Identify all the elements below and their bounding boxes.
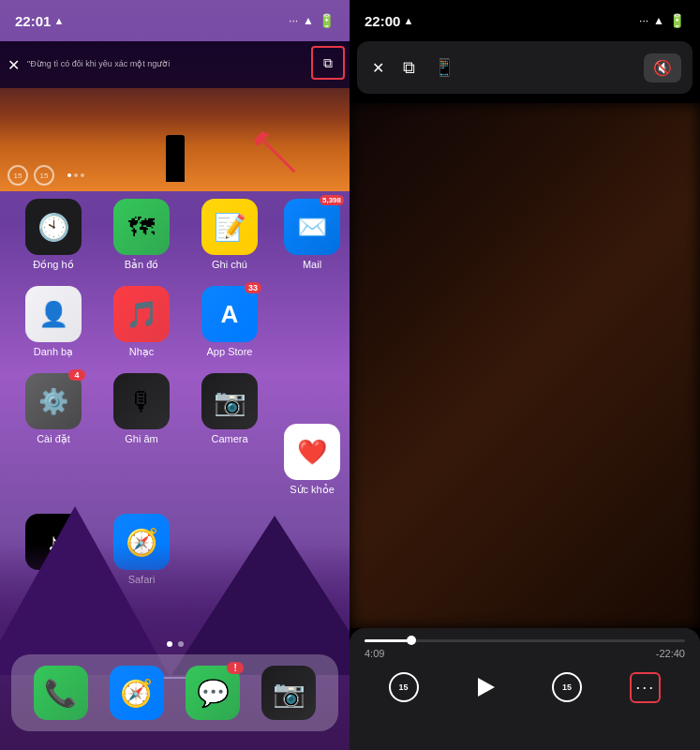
video-overlay-top: ✕ "Đừng tì có đôi khi yêu xác một người xyxy=(0,41,350,88)
phone-button[interactable]: 📱 xyxy=(430,53,458,82)
app-nhac[interactable]: 🎵 Nhạc xyxy=(97,286,186,358)
maps-label: Bản đồ xyxy=(125,259,159,271)
dot-3 xyxy=(81,173,84,177)
player-controls: 4:09 -22:40 15 15 ··· xyxy=(350,628,700,750)
pip-button[interactable]: ⧉ xyxy=(399,54,419,82)
wifi-icon: ▲ xyxy=(303,14,314,27)
mountain-right xyxy=(171,516,350,675)
app-danh-ba[interactable]: 👤 Danh bạ xyxy=(9,286,97,358)
right-dots-icon: ··· xyxy=(639,14,648,27)
more-button-highlight: ··· xyxy=(630,672,661,703)
control-row: 15 15 ··· xyxy=(365,668,685,706)
skip-forward-label: 15 xyxy=(562,682,572,692)
maps-icon: 🗺 xyxy=(113,199,170,255)
camera-label: Camera xyxy=(211,433,247,444)
character-silhouette xyxy=(166,135,185,182)
play-button[interactable] xyxy=(467,668,504,706)
dock-phone-icon[interactable]: 📞 xyxy=(34,666,88,720)
video-close-button[interactable]: ✕ xyxy=(7,56,20,74)
music-icon: 🎵 xyxy=(113,286,170,342)
dock-messages-icon[interactable]: 💬 ! xyxy=(186,666,240,720)
time-remaining: -22:40 xyxy=(656,648,685,659)
right-phone-screen: 22:00 ▲ ··· ▲ 🔋 ✕ ⧉ 📱 🔇 4:09 -22:40 xyxy=(350,0,700,750)
messages-badge: ! xyxy=(227,662,244,674)
page-dot-1 xyxy=(167,641,172,647)
appstore-icon: A 33 xyxy=(201,286,258,342)
appstore-badge: 33 xyxy=(245,282,261,293)
time-row: 4:09 -22:40 xyxy=(365,648,685,659)
left-status-icons: ··· ▲ 🔋 xyxy=(289,13,335,28)
mail-app-item[interactable]: ✉️ 5,398 Mail xyxy=(284,199,340,270)
close-button[interactable]: ✕ xyxy=(368,55,388,81)
progress-fill xyxy=(365,639,412,642)
pip-icon[interactable]: ⧉ xyxy=(323,55,333,71)
app-grid-main: 🕙 Đồng hồ 🗺 Bản đồ 📝 Ghi chú 👤 Danh bạ 🎵… xyxy=(9,199,274,445)
app-camera[interactable]: 📷 Camera xyxy=(186,373,274,445)
svg-line-1 xyxy=(263,141,294,172)
skip-back-button[interactable]: 15 xyxy=(389,672,419,702)
page-indicator xyxy=(0,641,350,647)
right-status-bar: 22:00 ▲ ··· ▲ 🔋 xyxy=(350,0,700,41)
volume-button[interactable]: 🔇 xyxy=(644,53,681,82)
video-dots xyxy=(67,173,84,177)
appstore-label: App Store xyxy=(207,346,253,357)
left-status-bar: 22:01 ▲ ··· ▲ 🔋 xyxy=(0,0,350,41)
dock: 📞 🧭 💬 ! 📷 xyxy=(11,654,338,731)
voice-icon: 🎙 xyxy=(113,373,170,429)
clock-label: Đồng hồ xyxy=(33,259,73,271)
dot-2 xyxy=(74,173,78,177)
notes-label: Ghi chú xyxy=(212,259,247,270)
settings-label: Cài đặt xyxy=(37,433,70,445)
app-appstore[interactable]: A 33 App Store xyxy=(186,286,274,358)
progress-thumb xyxy=(407,636,416,645)
skip-back-15[interactable]: 15 xyxy=(7,165,28,186)
dock-safari-icon[interactable]: 🧭 xyxy=(110,666,164,720)
notes-icon: 📝 xyxy=(201,199,258,255)
dots-icon: ··· xyxy=(289,14,298,27)
health-icon: ❤️ xyxy=(284,424,340,480)
progress-bar[interactable] xyxy=(365,639,685,642)
settings-icon: ⚙️ 4 xyxy=(25,373,82,429)
app-ghi-am[interactable]: 🎙 Ghi âm xyxy=(97,373,186,445)
skip-forward-button[interactable]: 15 xyxy=(552,672,582,702)
voice-label: Ghi âm xyxy=(125,433,157,444)
right-status-icons: ··· ▲ 🔋 xyxy=(639,13,685,28)
right-battery-icon: 🔋 xyxy=(669,13,685,28)
clock-icon: 🕙 xyxy=(25,199,82,255)
page-dot-2 xyxy=(178,641,184,647)
video-bottom-controls: 15 15 xyxy=(7,165,84,186)
app-ban-do[interactable]: 🗺 Bản đồ xyxy=(97,199,186,271)
dot-1 xyxy=(67,173,71,177)
right-time: 22:00 xyxy=(365,13,400,29)
left-time: 22:01 xyxy=(15,13,51,29)
app-ghi-chu[interactable]: 📝 Ghi chú xyxy=(186,199,274,271)
left-phone-screen: 22:01 ▲ ··· ▲ 🔋 ✕ "Đừng tì có đôi khi yê… xyxy=(0,0,350,750)
settings-badge: 4 xyxy=(68,369,85,381)
contacts-icon: 👤 xyxy=(25,286,82,342)
time-elapsed: 4:09 xyxy=(365,648,384,659)
contacts-label: Danh bạ xyxy=(34,346,73,358)
music-label: Nhạc xyxy=(129,346,155,358)
video-content xyxy=(350,103,700,628)
pip-highlight-box: ⧉ xyxy=(311,46,345,80)
more-button[interactable]: ··· xyxy=(635,678,655,698)
left-location-icon: ▲ xyxy=(53,15,64,26)
camera-icon: 📷 xyxy=(201,373,258,429)
app-cai-dat[interactable]: ⚙️ 4 Cài đặt xyxy=(9,373,97,445)
health-label: Sức khỏe xyxy=(290,484,335,496)
video-caption-text: "Đừng tì có đôi khi yêu xác một người xyxy=(27,59,342,70)
mail-label: Mail xyxy=(303,259,321,270)
top-control-bar: ✕ ⧉ 📱 🔇 xyxy=(357,41,693,94)
right-wifi-icon: ▲ xyxy=(653,14,664,27)
mail-badge: 5,398 xyxy=(320,195,344,205)
video-area xyxy=(350,103,700,628)
skip-forward-15[interactable]: 15 xyxy=(34,165,54,186)
app-suc-khoe[interactable]: ❤️ Sức khỏe xyxy=(284,424,340,496)
skip-back-label: 15 xyxy=(399,682,409,692)
dock-camera-icon[interactable]: 📷 xyxy=(261,666,316,720)
play-icon xyxy=(478,678,495,697)
battery-icon: 🔋 xyxy=(319,13,335,28)
mail-icon: ✉️ 5,398 xyxy=(284,199,340,255)
right-location-icon: ▲ xyxy=(403,15,413,26)
app-dong-ho[interactable]: 🕙 Đồng hồ xyxy=(9,199,97,271)
